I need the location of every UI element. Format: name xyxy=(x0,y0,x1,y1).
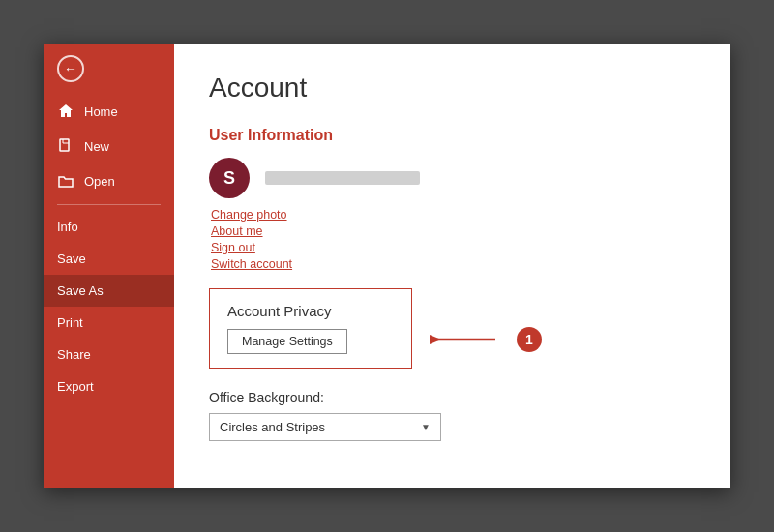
sidebar: ← Home New xyxy=(44,44,174,488)
manage-settings-button[interactable]: Manage Settings xyxy=(227,329,347,354)
sidebar-item-print[interactable]: Print xyxy=(44,307,174,339)
sidebar-item-info[interactable]: Info xyxy=(44,211,174,243)
sidebar-item-open[interactable]: Open xyxy=(44,163,174,198)
sidebar-item-home-label: Home xyxy=(84,104,118,119)
change-photo-link[interactable]: Change photo xyxy=(211,208,696,222)
annotation-arrow xyxy=(430,325,517,354)
avatar-name-placeholder xyxy=(265,171,420,185)
main-content: Account User Information S Change photo … xyxy=(174,44,730,488)
back-icon: ← xyxy=(57,55,84,82)
user-info-title: User Information xyxy=(209,127,696,144)
back-button[interactable]: ← xyxy=(44,44,174,94)
user-links: Change photo About me Sign out Switch ac… xyxy=(211,208,696,271)
open-icon xyxy=(57,172,74,190)
sidebar-item-open-label: Open xyxy=(84,174,115,189)
home-icon xyxy=(57,103,74,120)
sidebar-item-new-label: New xyxy=(84,139,109,154)
about-me-link[interactable]: About me xyxy=(211,224,696,238)
sidebar-item-save-as[interactable]: Save As xyxy=(44,275,174,307)
user-info-row: S xyxy=(209,158,696,198)
sidebar-item-new[interactable]: New xyxy=(44,129,174,163)
account-privacy-section: Account Privacy Manage Settings 1 xyxy=(209,288,542,390)
avatar: S xyxy=(209,158,250,198)
annotation-badge: 1 xyxy=(517,327,542,352)
account-privacy-title: Account Privacy xyxy=(227,303,394,319)
account-privacy-box: Account Privacy Manage Settings xyxy=(209,288,412,369)
svg-rect-0 xyxy=(60,139,69,151)
sidebar-item-export[interactable]: Export xyxy=(44,370,174,402)
sidebar-nav: Home New Open xyxy=(44,94,174,402)
chevron-down-icon: ▼ xyxy=(421,422,431,432)
dropdown-selected-value: Circles and Stripes xyxy=(220,420,421,434)
office-background-label: Office Background: xyxy=(209,390,696,405)
app-window: ← Home New xyxy=(44,44,730,488)
sidebar-item-save[interactable]: Save xyxy=(44,243,174,275)
svg-marker-2 xyxy=(430,335,441,344)
annotation: 1 xyxy=(430,325,542,354)
sidebar-item-share[interactable]: Share xyxy=(44,339,174,370)
switch-account-link[interactable]: Switch account xyxy=(211,257,696,271)
new-icon xyxy=(57,137,74,155)
office-background-dropdown[interactable]: Circles and Stripes ▼ xyxy=(209,413,441,441)
sign-out-link[interactable]: Sign out xyxy=(211,241,696,254)
office-background-section: Office Background: Circles and Stripes ▼ xyxy=(209,390,696,441)
sidebar-divider xyxy=(57,204,161,205)
user-information-section: User Information S Change photo About me… xyxy=(209,127,696,271)
sidebar-item-home[interactable]: Home xyxy=(44,94,174,129)
page-title: Account xyxy=(209,73,696,103)
